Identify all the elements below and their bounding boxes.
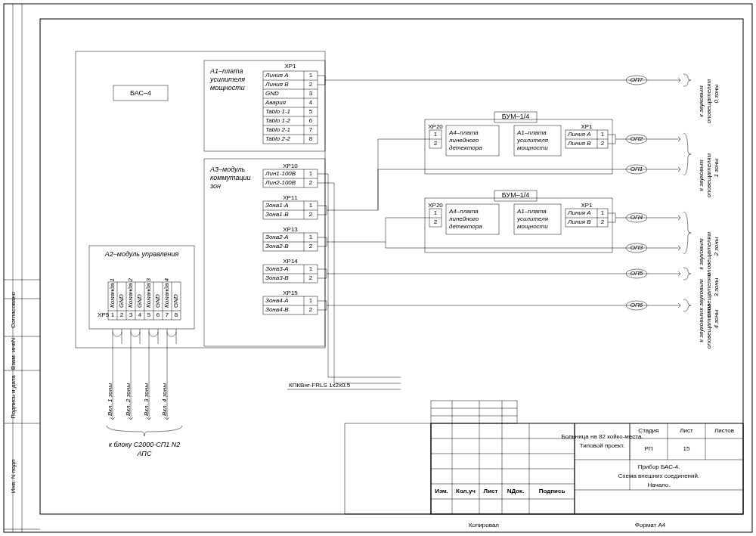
- svg-text:GND: GND: [265, 90, 279, 97]
- svg-text:усилителя: усилителя: [516, 215, 549, 222]
- svg-text:Начало.: Начало.: [647, 482, 670, 488]
- svg-text:2: 2: [120, 311, 124, 318]
- svg-text:ОП7: ОП7: [631, 76, 643, 83]
- svg-rect-46: [204, 159, 325, 346]
- svg-text:2: 2: [309, 274, 313, 281]
- svg-text:Взам. инвN: Взам. инвN: [10, 338, 17, 370]
- svg-text:XP10: XP10: [283, 163, 298, 169]
- svg-text:Лин2-100В: Лин2-100В: [265, 179, 296, 186]
- svg-text:к блоку С2000-СП1 N2: к блоку С2000-СП1 N2: [109, 441, 181, 448]
- svg-text:РП: РП: [644, 445, 652, 452]
- svg-text:Лин1-100В: Лин1-100В: [265, 170, 296, 177]
- svg-text:3: 3: [309, 90, 313, 97]
- svg-text:мощности: мощности: [210, 84, 245, 91]
- svg-rect-221: [345, 423, 431, 514]
- svg-text:Команда 4: Команда 4: [163, 277, 170, 308]
- svg-text:мощности: мощности: [517, 223, 548, 230]
- svg-text:Зона2-В: Зона2-В: [265, 243, 289, 249]
- svg-text:1: 1: [309, 170, 313, 177]
- svg-text:2: 2: [309, 306, 313, 313]
- svg-text:Подпись: Подпись: [539, 488, 565, 494]
- svg-text:Прибор БАС-4.: Прибор БАС-4.: [638, 463, 680, 470]
- svg-text:1: 1: [111, 311, 115, 318]
- svg-text:А1–плата: А1–плата: [516, 208, 547, 215]
- svg-text:XP20: XP20: [428, 123, 443, 130]
- svg-text:2: 2: [434, 140, 438, 147]
- svg-text:Линия B: Линия B: [265, 81, 289, 88]
- svg-text:2: 2: [309, 179, 313, 186]
- svg-text:А4–плата: А4–плата: [448, 129, 479, 136]
- svg-text:7: 7: [166, 311, 169, 318]
- svg-text:линейного: линейного: [448, 137, 479, 144]
- svg-text:5: 5: [309, 108, 313, 115]
- svg-text:оповещателям: оповещателям: [705, 79, 712, 123]
- svg-text:коммутации: коммутации: [210, 174, 251, 181]
- svg-text:GND: GND: [172, 294, 179, 308]
- svg-text:детектора: детектора: [449, 223, 482, 230]
- svg-text:XP13: XP13: [283, 226, 298, 233]
- svg-rect-256: [431, 401, 517, 423]
- svg-text:2: 2: [309, 211, 313, 218]
- svg-text:15: 15: [683, 445, 690, 452]
- svg-text:оповещателям: оповещателям: [705, 304, 712, 349]
- svg-text:Tablo 1-1: Tablo 1-1: [265, 108, 290, 115]
- svg-text:Линия В: Линия В: [567, 140, 591, 147]
- svg-text:А1–плата: А1–плата: [516, 129, 547, 136]
- svg-text:Инв. N подп: Инв. N подп: [10, 460, 17, 493]
- svg-text:0 зоны: 0 зоны: [713, 84, 720, 103]
- svg-text:1: 1: [309, 297, 313, 304]
- svg-text:3 зоны: 3 зоны: [713, 277, 720, 296]
- svg-text:Зона3-В: Зона3-В: [265, 274, 289, 281]
- svg-text:ОП3: ОП3: [631, 244, 643, 251]
- svg-text:ОП1: ОП1: [631, 166, 643, 172]
- svg-text:XP11: XP11: [283, 194, 298, 201]
- svg-text:КПКВнг-FRLS 1x2x0.5: КПКВнг-FRLS 1x2x0.5: [289, 382, 351, 389]
- svg-text:Зона3-А: Зона3-А: [265, 265, 289, 272]
- svg-text:к звуковым: к звуковым: [698, 311, 705, 342]
- svg-text:усилителя: усилителя: [516, 137, 549, 144]
- svg-text:Согласовано: Согласовано: [10, 291, 17, 328]
- svg-text:Зона1-А: Зона1-А: [265, 202, 289, 209]
- svg-text:5: 5: [147, 311, 151, 318]
- svg-text:2: 2: [434, 218, 438, 225]
- svg-text:Линия А: Линия А: [567, 131, 591, 138]
- device-title: БАС–4: [130, 89, 151, 97]
- svg-text:ОП5: ОП5: [631, 270, 643, 277]
- svg-text:Кол.уч: Кол.уч: [456, 488, 476, 494]
- svg-text:Tablo 1-2: Tablo 1-2: [265, 117, 291, 124]
- svg-text:ОП2: ОП2: [631, 135, 643, 142]
- svg-text:к звуковым: к звуковым: [698, 85, 705, 117]
- svg-text:1: 1: [434, 209, 438, 216]
- svg-text:БУМ–1/4: БУМ–1/4: [502, 191, 529, 199]
- svg-text:Линия В: Линия В: [567, 218, 591, 225]
- svg-text:4: 4: [309, 99, 313, 106]
- svg-text:мощности: мощности: [517, 144, 548, 151]
- svg-text:Лист: Лист: [484, 488, 498, 494]
- svg-text:линейного: линейного: [448, 215, 479, 222]
- svg-text:Команда 3: Команда 3: [145, 277, 152, 308]
- svg-text:оповещателям: оповещателям: [705, 153, 712, 197]
- svg-text:XP1: XP1: [284, 63, 296, 70]
- svg-text:8: 8: [309, 135, 313, 142]
- svg-text:Tablo 2-1: Tablo 2-1: [265, 126, 290, 133]
- svg-text:Листов: Листов: [714, 427, 734, 434]
- svg-text:к звуковым: к звуковым: [698, 279, 705, 311]
- svg-text:Зона4-А: Зона4-А: [265, 297, 289, 304]
- svg-text:XP20: XP20: [428, 202, 443, 209]
- svg-text:А1–плата: А1–плата: [209, 67, 243, 75]
- svg-text:Авария: Авария: [265, 99, 287, 106]
- svg-text:GND: GND: [118, 294, 125, 308]
- svg-text:2: 2: [601, 218, 605, 225]
- svg-text:Команда 2: Команда 2: [127, 277, 134, 308]
- svg-text:А4–плата: А4–плата: [448, 208, 479, 215]
- svg-text:XP1: XP1: [581, 123, 593, 130]
- svg-text:Изм.: Изм.: [435, 488, 448, 494]
- svg-text:1 зоны: 1 зоны: [713, 158, 720, 177]
- svg-text:1: 1: [601, 131, 605, 138]
- svg-text:6: 6: [309, 117, 313, 124]
- svg-text:6: 6: [156, 311, 160, 318]
- svg-text:4: 4: [138, 311, 142, 318]
- svg-text:Типовой проект.: Типовой проект.: [580, 442, 624, 449]
- svg-text:Лист: Лист: [680, 427, 693, 434]
- svg-text:А2–модуль управления: А2–модуль управления: [104, 250, 179, 258]
